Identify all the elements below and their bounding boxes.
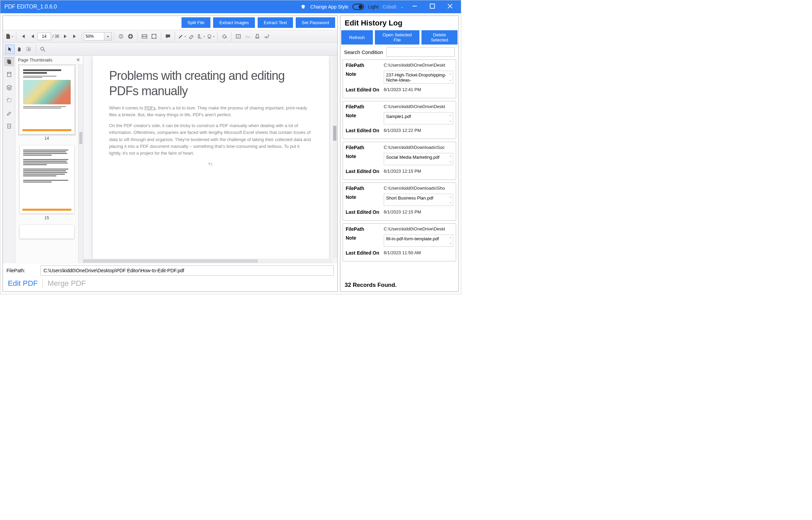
minimize-button[interactable] <box>408 3 421 11</box>
close-button[interactable] <box>443 3 457 11</box>
chevron-down-icon[interactable]: ⌄ <box>400 4 404 9</box>
thumbnails-scrollbar[interactable] <box>78 64 83 263</box>
extract-images-button[interactable]: Extract Images <box>213 17 255 28</box>
record-filepath-value: C:\Users\kidd0\OneDrive\Deskt <box>384 103 453 109</box>
edit-tab-icon[interactable] <box>4 109 14 118</box>
record-edited-value: 6/1/2023 11:50 AM <box>384 249 453 255</box>
svg-rect-24 <box>7 99 11 102</box>
zoom-in-icon[interactable] <box>126 32 135 41</box>
filepath-label: FilePath: <box>6 268 37 273</box>
svg-rect-8 <box>130 35 131 38</box>
page-paragraph: When it comes to PDFs, there's a lot to … <box>109 105 313 118</box>
text-box-icon[interactable]: T <box>234 32 243 41</box>
text-highlight-icon[interactable]: ▾ <box>196 32 206 41</box>
thumbnail-item[interactable] <box>19 225 74 239</box>
theme-name[interactable]: Cobalt <box>383 4 396 10</box>
svg-point-55 <box>211 162 212 163</box>
page-heading: Problems with creating and editing PDFs … <box>109 68 313 99</box>
history-record[interactable]: FilePathC:\Users\kidd0\OneDrive\DesktNot… <box>343 223 456 261</box>
thumbnail-item[interactable]: 14 <box>19 66 74 141</box>
new-page-tab-icon[interactable] <box>4 122 14 131</box>
fit-width-icon[interactable] <box>140 32 149 41</box>
history-record[interactable]: FilePathC:\Users\kidd0\OneDrive\DesktNot… <box>343 59 456 98</box>
history-record[interactable]: FilePathC:\Users\kidd0\Downloads\SocNote… <box>343 142 456 180</box>
svg-rect-22 <box>7 72 11 77</box>
record-note-label: Note <box>346 235 384 241</box>
record-edited-label: Last Edited On <box>346 249 384 256</box>
search-icon[interactable] <box>38 45 48 54</box>
page-number-input[interactable] <box>37 33 51 40</box>
zoom-dropdown-icon[interactable]: ▾ <box>104 32 112 40</box>
record-edited-label: Last Edited On <box>346 86 384 92</box>
record-edited-value: 6/1/2023 12:15 PM <box>384 168 453 174</box>
svg-point-12 <box>226 37 227 38</box>
record-note-input[interactable]: 237-High-Ticket-Dropshipping-Niche-Ideas… <box>384 71 453 84</box>
record-filepath-label: FilePath <box>346 103 384 109</box>
filepath-row: FilePath: <box>3 263 337 278</box>
close-thumbnails-icon[interactable]: ✕ <box>76 57 80 63</box>
record-edited-label: Last Edited On <box>346 127 384 133</box>
search-condition-input[interactable] <box>386 47 455 57</box>
ink-tool-icon[interactable]: ▾ <box>206 32 215 41</box>
bookmarks-tab-icon[interactable] <box>4 70 14 79</box>
record-filepath-label: FilePath <box>346 62 384 68</box>
fit-page-icon[interactable] <box>149 32 159 41</box>
maximize-button[interactable] <box>426 3 439 11</box>
thumbnails-tab-icon[interactable] <box>4 57 14 66</box>
canvas-vertical-scrollbar[interactable] <box>332 56 337 259</box>
record-note-input[interactable]: fill-in-pdf-form-template.pdf▴▾ <box>384 235 453 247</box>
tab-merge-pdf[interactable]: Merge PDF <box>48 279 86 288</box>
comment-icon[interactable] <box>163 32 173 41</box>
record-note-input[interactable]: Sample1.pdf▴▾ <box>384 112 453 124</box>
main-panel: Split File Extract Images Extract Text S… <box>2 15 338 292</box>
zoom-out-icon[interactable] <box>116 32 126 41</box>
history-records-list[interactable]: FilePathC:\Users\kidd0\OneDrive\DesktNot… <box>341 59 458 280</box>
page-paragraph: On the PDF creator's side, it can be tri… <box>109 122 313 157</box>
history-record[interactable]: FilePathC:\Users\kidd0\Downloads\ShoNote… <box>343 183 456 221</box>
records-found-label: 32 Records Found. <box>341 280 458 291</box>
svg-point-17 <box>28 49 30 50</box>
record-note-input[interactable]: Short Business Plan.pdf▴▾ <box>384 194 453 206</box>
svg-point-73 <box>212 165 212 165</box>
zoom-select[interactable]: 50% <box>84 32 104 40</box>
paint-bucket-icon[interactable] <box>220 32 229 41</box>
bottom-tabs: Edit PDF Merge PDF <box>3 278 337 291</box>
svg-rect-1 <box>430 4 435 8</box>
highlighter-icon[interactable]: ▾ <box>177 32 187 41</box>
prev-page-icon[interactable] <box>28 32 37 41</box>
canvas-horizontal-scrollbar[interactable] <box>83 259 332 263</box>
layers-tab-icon[interactable] <box>4 83 14 92</box>
refresh-button[interactable]: Refresh <box>341 30 373 45</box>
signature-icon[interactable] <box>262 32 272 41</box>
pdf-page: Problems with creating and editing PDFs … <box>93 56 329 259</box>
svg-rect-65 <box>209 165 209 166</box>
history-record[interactable]: FilePathC:\Users\kidd0\OneDrive\DesktNot… <box>343 101 456 139</box>
hand-tool-icon[interactable] <box>15 45 24 54</box>
filepath-input[interactable] <box>40 265 334 276</box>
record-filepath-value: C:\Users\kidd0\OneDrive\Deskt <box>384 62 453 68</box>
delete-selected-button[interactable]: Delete Selected <box>421 30 457 45</box>
open-selected-button[interactable]: Open Selected File <box>375 30 420 45</box>
app-title: PDF EDITOR_1.0.6.0 <box>4 4 300 10</box>
pointer-tool-icon[interactable] <box>5 45 15 54</box>
thumbnails-list[interactable]: 14 <box>15 64 78 263</box>
thumbnail-item[interactable]: 15 <box>19 145 74 220</box>
page-total-label: / 36 <box>52 34 59 39</box>
marquee-tool-icon[interactable] <box>24 45 34 54</box>
extract-text-button[interactable]: Extract Text <box>258 17 293 28</box>
eraser-icon[interactable] <box>187 32 196 41</box>
file-menu-icon[interactable]: ▾ <box>4 32 14 41</box>
set-password-button[interactable]: Set Password <box>296 17 335 28</box>
page-canvas[interactable]: Problems with creating and editing PDFs … <box>83 56 337 263</box>
record-note-input[interactable]: Social Media Marketing.pdf▴▾ <box>384 153 453 165</box>
stamp-icon[interactable] <box>253 32 262 41</box>
split-file-button[interactable]: Split File <box>182 17 211 28</box>
last-page-icon[interactable] <box>70 32 80 41</box>
first-page-icon[interactable] <box>18 32 28 41</box>
svg-rect-70 <box>211 165 212 166</box>
thumbnail-label: 15 <box>19 215 74 220</box>
next-page-icon[interactable] <box>61 32 70 41</box>
tab-edit-pdf[interactable]: Edit PDF <box>8 279 38 288</box>
crop-tab-icon[interactable] <box>4 96 14 105</box>
theme-toggle[interactable] <box>352 4 364 10</box>
